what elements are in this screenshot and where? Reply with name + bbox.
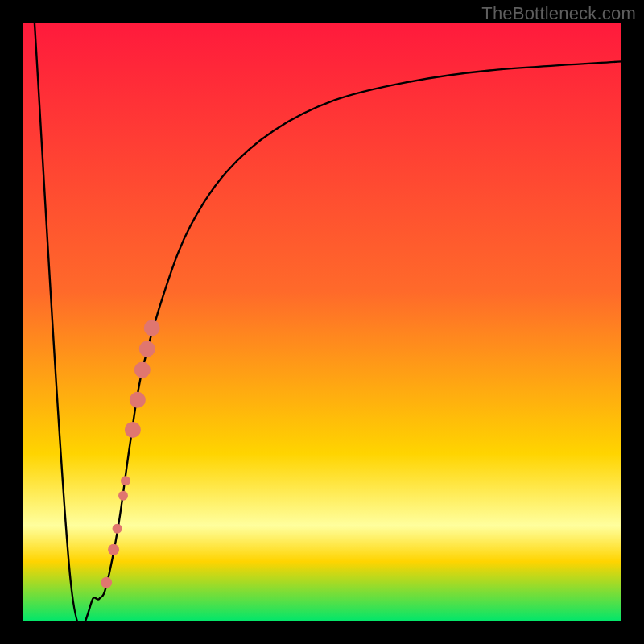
curve-marker xyxy=(108,544,119,555)
curve-marker xyxy=(139,341,155,357)
watermark-text: TheBottleneck.com xyxy=(481,3,636,24)
gradient-background xyxy=(23,23,621,621)
curve-marker xyxy=(125,422,141,438)
curve-marker xyxy=(113,524,122,534)
curve-marker xyxy=(101,577,112,588)
curve-marker xyxy=(144,320,160,336)
curve-marker xyxy=(134,362,151,378)
bottleneck-chart xyxy=(23,23,621,621)
curve-marker xyxy=(130,392,146,408)
curve-marker xyxy=(121,476,130,485)
chart-frame: TheBottleneck.com xyxy=(0,0,644,644)
curve-marker xyxy=(118,491,128,501)
plot-area xyxy=(23,23,621,621)
